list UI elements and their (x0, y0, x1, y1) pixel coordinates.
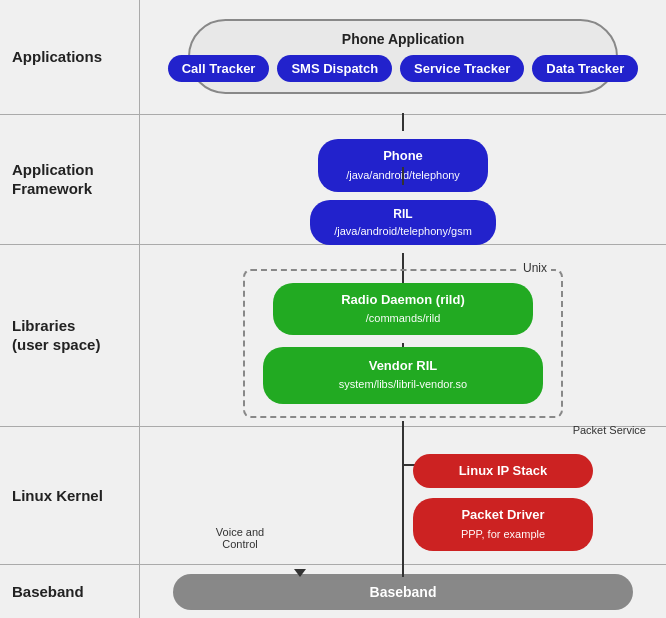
unix-label: Unix (519, 261, 551, 275)
packet-service-label: Packet Service (573, 424, 646, 436)
libraries-label: Libraries (user space) (0, 245, 140, 426)
kernel-content: Voice and Control Packet Service Linux I… (140, 427, 666, 565)
framework-content: Phone /java/android/telephony RIL /java/… (140, 115, 666, 244)
sms-dispatch-pill: SMS Dispatch (277, 55, 392, 82)
kernel-label: Linux Kernel (0, 427, 140, 565)
baseband-content: Baseband (140, 565, 666, 618)
phone-app-container: Phone Application Call Tracker SMS Dispa… (188, 19, 618, 94)
phone-app-title: Phone Application (342, 31, 464, 47)
applications-layer: Applications Phone Application Call Trac… (0, 0, 666, 115)
radio-daemon-pill: Radio Daemon (rild) /commands/rild (273, 283, 533, 335)
framework-inner: Phone /java/android/telephony RIL /java/… (140, 113, 666, 245)
packet-driver-pill: Packet Driver PPP, for example (413, 498, 593, 550)
baseband-layer: Baseband Baseband (0, 565, 666, 618)
kernel-right: Packet Service Linux IP Stack Packet Dri… (340, 440, 666, 551)
phone-pill: Phone /java/android/telephony (318, 139, 488, 191)
tracker-row: Call Tracker SMS Dispatch Service Tracke… (168, 55, 639, 82)
call-tracker-pill: Call Tracker (168, 55, 270, 82)
vendor-ril-pill: Vendor RIL system/libs/libril-vendor.so (263, 347, 543, 403)
framework-label: Application Framework (0, 115, 140, 244)
ril-pill: RIL /java/android/telephony/gsm (310, 200, 496, 246)
baseband-inner: Baseband (140, 565, 666, 618)
libraries-inner: Unix Radio Daemon (rild) /commands/rild … (140, 253, 666, 418)
applications-label: Applications (0, 0, 140, 114)
libraries-layer: Libraries (user space) Unix Radio Daemon… (0, 245, 666, 427)
baseband-label: Baseband (0, 565, 140, 618)
linux-ip-stack-pill: Linux IP Stack (413, 454, 593, 488)
architecture-diagram: Applications Phone Application Call Trac… (0, 0, 666, 618)
voice-control-label: Voice and Control (216, 526, 264, 550)
applications-content: Phone Application Call Tracker SMS Dispa… (140, 0, 666, 114)
libraries-content: Unix Radio Daemon (rild) /commands/rild … (140, 245, 666, 426)
kernel-layer: Linux Kernel Voice and Control Packet (0, 427, 666, 566)
data-tracker-pill: Data Tracker (532, 55, 638, 82)
unix-dashed-box: Unix Radio Daemon (rild) /commands/rild … (243, 269, 563, 418)
baseband-pill: Baseband (173, 574, 633, 610)
framework-layer: Application Framework Phone /java/androi… (0, 115, 666, 245)
kernel-inner: Voice and Control Packet Service Linux I… (140, 430, 666, 561)
service-tracker-pill: Service Tracker (400, 55, 524, 82)
